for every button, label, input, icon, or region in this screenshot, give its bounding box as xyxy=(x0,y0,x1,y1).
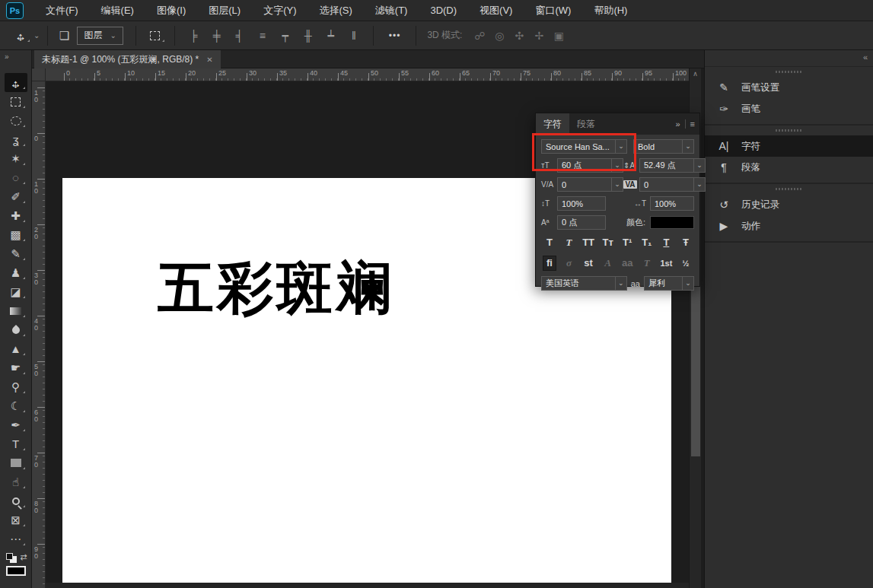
tracking-dropdown[interactable]: 0 ⌄ xyxy=(639,177,706,192)
hand-tool[interactable]: ☝ xyxy=(5,472,27,491)
font-size-dropdown[interactable]: 60 点 ⌄ xyxy=(557,158,623,173)
eyedropper-tool[interactable]: ✐ xyxy=(5,187,27,206)
align-icon[interactable]: ╫ xyxy=(297,30,320,42)
opentype-button[interactable]: fi xyxy=(543,256,556,271)
drag-handle[interactable] xyxy=(776,188,803,190)
default-swap-colors[interactable]: ⇄ xyxy=(5,551,27,564)
menu-item[interactable]: 文字(Y) xyxy=(252,0,307,21)
menu-item[interactable]: 图层(L) xyxy=(197,0,252,21)
show-transform-controls-icon[interactable] xyxy=(144,26,167,45)
foreground-color-swatch[interactable] xyxy=(6,566,26,576)
panel-history[interactable]: ↺ 历史记录 xyxy=(705,194,873,215)
opentype-button[interactable]: A xyxy=(601,256,615,270)
menu-item[interactable]: 3D(D) xyxy=(419,0,468,21)
3d-mode-icon[interactable]: ✣ xyxy=(509,30,529,42)
pattern-stamp-tool[interactable]: ▩ xyxy=(5,225,27,244)
selection-brush-tool[interactable]: ◌ xyxy=(5,168,27,187)
3d-mode-icon[interactable]: ◎ xyxy=(489,30,509,42)
panel-actions[interactable]: ▶ 动作 xyxy=(705,215,873,237)
opentype-button[interactable]: T xyxy=(640,256,654,270)
more-tools[interactable]: ⋯ xyxy=(5,529,27,548)
frame-tool[interactable]: ⊠ xyxy=(5,510,27,529)
align-icon[interactable]: ╡ xyxy=(228,30,251,42)
collapse-dock-icon[interactable]: « xyxy=(863,52,867,62)
toolbar-collapse-icon[interactable]: » xyxy=(0,50,31,65)
menu-item[interactable]: 编辑(E) xyxy=(90,0,145,21)
magic-wand-tool[interactable]: ✶ xyxy=(5,149,27,168)
tab-paragraph[interactable]: 段落 xyxy=(569,113,603,135)
move-tool[interactable] xyxy=(5,73,27,92)
font-style-dropdown[interactable]: Bold ⌄ xyxy=(633,139,694,154)
type-style-button[interactable]: TT xyxy=(581,236,595,250)
menu-item[interactable]: 帮助(H) xyxy=(582,0,639,21)
ellipse-marquee-tool[interactable] xyxy=(5,111,27,130)
type-style-button[interactable]: T₁ xyxy=(640,236,654,250)
align-icon[interactable]: ╪ xyxy=(206,30,228,42)
opentype-button[interactable]: 1st xyxy=(659,256,673,270)
drag-handle[interactable] xyxy=(776,129,803,132)
close-document-icon[interactable]: ✕ xyxy=(206,56,212,64)
menu-item[interactable]: 图像(I) xyxy=(145,0,197,21)
align-icon[interactable]: ╞ xyxy=(183,30,206,42)
type-style-button[interactable]: T xyxy=(659,236,673,250)
kerning-dropdown[interactable]: 0 ⌄ xyxy=(557,177,623,192)
gradient-tool[interactable] xyxy=(5,301,27,320)
align-icon[interactable]: ≡ xyxy=(251,30,274,42)
sharpen-tool[interactable]: ▲ xyxy=(5,339,27,358)
align-icon[interactable]: ‖ xyxy=(343,30,365,42)
auto-select-icon[interactable]: ❏ xyxy=(56,27,72,45)
drag-handle[interactable] xyxy=(776,71,803,73)
clone-stamp-tool[interactable]: ♟ xyxy=(5,263,27,282)
brush-tool[interactable]: ✎ xyxy=(5,244,27,263)
align-icon[interactable]: ┷ xyxy=(320,30,343,42)
pen-tool[interactable]: ✒ xyxy=(5,415,27,434)
burn-tool[interactable]: ☾ xyxy=(5,396,27,415)
tool-preset-caret-icon[interactable]: ⌄ xyxy=(33,31,40,40)
dodge-tool[interactable]: ⚲ xyxy=(5,377,27,396)
scroll-up-icon[interactable]: ∧ xyxy=(690,68,701,79)
type-style-button[interactable]: Tᴛ xyxy=(601,236,615,250)
opentype-button[interactable]: ½ xyxy=(679,256,693,270)
eraser-tool[interactable]: ◪ xyxy=(5,282,27,301)
panel-menu-icon[interactable]: ≡ xyxy=(690,119,695,129)
menu-item[interactable]: 滤镜(T) xyxy=(364,0,419,21)
blur-tool[interactable] xyxy=(5,320,27,339)
type-style-button[interactable]: T xyxy=(562,236,576,250)
opentype-button[interactable]: σ xyxy=(562,256,576,270)
move-tool-icon[interactable] xyxy=(9,26,32,45)
swap-colors-icon[interactable]: ⇄ xyxy=(20,552,27,562)
lasso-tool[interactable]: ʓ xyxy=(5,130,27,149)
healing-brush-tool[interactable]: ✚ xyxy=(5,206,27,225)
rect-marquee-tool[interactable] xyxy=(5,92,27,111)
tab-character[interactable]: 字符 xyxy=(536,113,569,135)
type-tool[interactable]: T xyxy=(5,434,27,453)
language-dropdown[interactable]: 美国英语 ⌄ xyxy=(541,276,627,291)
auto-select-target-dropdown[interactable]: 图层 ⌄ xyxy=(77,27,123,45)
panel-paragraph[interactable]: ¶ 段落 xyxy=(705,157,873,178)
menu-item[interactable]: 窗口(W) xyxy=(524,0,582,21)
panel-brushes[interactable]: ✑ 画笔 xyxy=(705,98,873,119)
text-color-swatch[interactable] xyxy=(650,216,694,229)
type-style-button[interactable]: T¹ xyxy=(620,236,634,250)
opentype-button[interactable]: st xyxy=(581,256,595,270)
type-style-button[interactable]: T xyxy=(543,236,556,250)
type-style-button[interactable]: Ŧ xyxy=(679,236,693,250)
shape-tool[interactable] xyxy=(5,453,27,472)
3d-mode-icon[interactable]: ✢ xyxy=(529,30,549,42)
menu-item[interactable]: 选择(S) xyxy=(307,0,363,21)
document-tab[interactable]: 未标题-1 @ 100% (五彩斑斓, RGB/8) * ✕ xyxy=(34,50,221,68)
horizontal-scrollbar[interactable] xyxy=(46,583,689,588)
leading-dropdown[interactable]: 52.49 点 ⌄ xyxy=(639,158,706,173)
smudge-tool[interactable]: ☛ xyxy=(5,358,27,377)
menu-item[interactable]: 视图(V) xyxy=(468,0,524,21)
font-family-dropdown[interactable]: Source Han Sa... ⌄ xyxy=(541,139,627,154)
anti-alias-dropdown[interactable]: 犀利 ⌄ xyxy=(644,276,694,291)
zoom-tool[interactable] xyxy=(5,491,27,510)
align-icon[interactable]: ┯ xyxy=(274,30,297,42)
more-options-button[interactable]: ••• xyxy=(381,30,409,41)
panel-character[interactable]: A| 字符 xyxy=(705,135,873,157)
baseline-shift-field[interactable]: 0 点 xyxy=(557,215,606,230)
panel-brush-settings[interactable]: ✎ 画笔设置 xyxy=(705,77,873,98)
horizontal-scale-field[interactable]: 100% xyxy=(650,196,694,211)
opentype-button[interactable]: aa xyxy=(620,256,634,270)
